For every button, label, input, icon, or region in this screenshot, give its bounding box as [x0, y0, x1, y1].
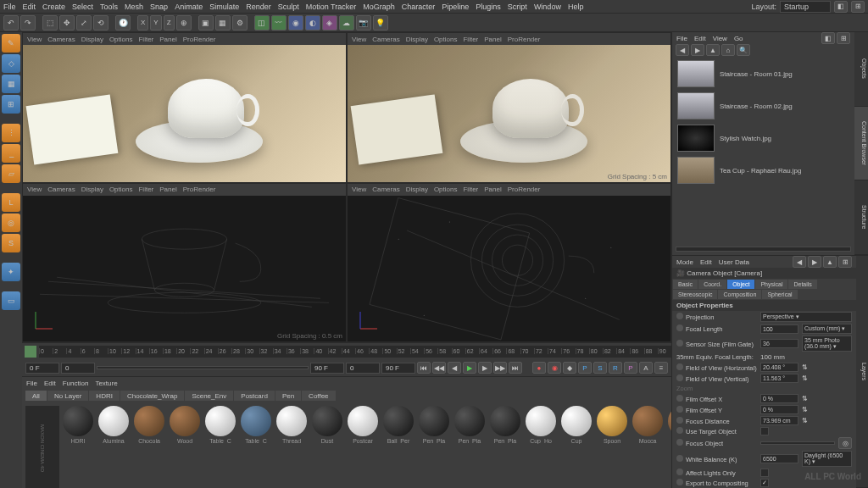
vp-menu-prorender[interactable]: ProRender: [183, 36, 216, 43]
vp-menu-filter[interactable]: Filter: [463, 36, 478, 43]
side-tab-objects[interactable]: Objects: [854, 32, 868, 107]
snap-icon[interactable]: ◎: [2, 214, 20, 232]
vp-menu-panel[interactable]: Panel: [159, 186, 176, 193]
side-tab-structure[interactable]: Structure: [854, 180, 868, 255]
timeline-frame[interactable]: 90: [658, 348, 671, 354]
attr-tab-composition[interactable]: Composition: [718, 290, 761, 299]
timeline-frame[interactable]: 50: [382, 348, 396, 354]
frame-b-field[interactable]: 90 F: [381, 363, 415, 374]
browser-item[interactable]: Stylish Watch.jpg: [674, 122, 853, 154]
attr-select[interactable]: Daylight (6500 K) ▾: [802, 451, 852, 467]
vp-menu-display[interactable]: Display: [81, 36, 103, 43]
light-icon[interactable]: 💡: [373, 15, 388, 30]
goto-start-icon[interactable]: ⏮: [417, 362, 431, 374]
attr-field[interactable]: 0 %: [760, 394, 798, 403]
attr-tab-coord[interactable]: Coord.: [698, 280, 726, 289]
br-search-icon[interactable]: 🔍: [737, 44, 750, 56]
mat-tab[interactable]: Pen: [275, 391, 301, 401]
vp-menu-cameras[interactable]: Cameras: [372, 186, 399, 193]
vp-menu-display[interactable]: Display: [406, 186, 428, 193]
browser-btn2[interactable]: ⊞: [837, 32, 850, 44]
scale-key-icon[interactable]: S: [593, 362, 607, 374]
browser-item[interactable]: Staircase - Room 02.jpg: [674, 90, 853, 122]
poly-mode-icon[interactable]: ▱: [2, 164, 20, 183]
attr-field[interactable]: 73.969 cm: [760, 416, 798, 425]
timeline-frame[interactable]: 56: [424, 348, 437, 354]
generator-icon[interactable]: ◉: [288, 15, 303, 30]
attr-field[interactable]: 36: [760, 339, 798, 348]
timeline-frame[interactable]: 72: [534, 348, 548, 354]
timeline-frame[interactable]: 60: [452, 348, 465, 354]
material-item[interactable]: Pen_Pla: [417, 406, 451, 444]
attr-tab-physical[interactable]: Physical: [755, 280, 787, 289]
timeline-playhead[interactable]: [25, 346, 36, 358]
timeline-frame[interactable]: 68: [506, 348, 520, 354]
timeline-frame[interactable]: 28: [231, 348, 245, 354]
vp-menu-panel[interactable]: Panel: [159, 36, 176, 43]
timeline-frame[interactable]: 44: [342, 348, 355, 354]
make-editable-icon[interactable]: ✎: [2, 34, 20, 53]
material-item[interactable]: Mocca: [631, 406, 665, 444]
timeline-frame[interactable]: 58: [437, 348, 451, 354]
vp-menu-panel[interactable]: Panel: [484, 186, 501, 193]
next-key-icon[interactable]: ▶▶: [493, 362, 507, 374]
viewport-solo-icon[interactable]: ▭: [2, 291, 20, 310]
timeline-frame[interactable]: 46: [355, 348, 369, 354]
mat-tab[interactable]: All: [25, 391, 47, 401]
timeline-frame[interactable]: 48: [369, 348, 382, 354]
menu-script[interactable]: Script: [508, 3, 527, 11]
attr-tab-stereoscopic[interactable]: Stereoscopic: [673, 290, 717, 299]
timeline-frame[interactable]: 22: [190, 348, 203, 354]
timeline-frame[interactable]: 38: [300, 348, 314, 354]
attr-checkbox[interactable]: [760, 479, 769, 487]
vp-menu-options[interactable]: Options: [109, 186, 133, 193]
timeline-frame[interactable]: 42: [328, 348, 342, 354]
material-item[interactable]: Pen_Pla: [453, 406, 487, 444]
timeline-frame[interactable]: 26: [218, 348, 231, 354]
material-item[interactable]: Wood: [168, 406, 202, 444]
attr-tab-spherical[interactable]: Spherical: [762, 290, 797, 299]
vp-menu-filter[interactable]: Filter: [138, 186, 153, 193]
material-item[interactable]: Postcar: [346, 406, 380, 444]
viewport-bottom-right[interactable]: ViewCamerasDisplayOptionsFilterPanelProR…: [347, 183, 671, 342]
vp-menu-prorender[interactable]: ProRender: [508, 186, 541, 193]
vp-menu-view[interactable]: View: [27, 186, 42, 193]
timeline-frame[interactable]: 36: [287, 348, 300, 354]
material-item[interactable]: Table_C: [239, 406, 273, 444]
menu-plugins[interactable]: Plugins: [476, 3, 501, 11]
attr-field[interactable]: 6500: [760, 454, 798, 463]
timeline-frame[interactable]: 10: [108, 348, 121, 354]
vp-menu-display[interactable]: Display: [406, 36, 428, 43]
mat-tab[interactable]: Coffee: [302, 391, 335, 401]
material-item[interactable]: Spoon: [595, 406, 629, 444]
vp-menu-view[interactable]: View: [27, 36, 42, 43]
frame-a-field[interactable]: 0: [346, 363, 380, 374]
br-up-icon[interactable]: ▲: [706, 44, 720, 56]
timeline-opts-icon[interactable]: ≡: [654, 362, 668, 374]
timeline[interactable]: 0246810121416182022242628303234363840424…: [22, 342, 671, 359]
spline-primitive-icon[interactable]: 〰: [271, 15, 287, 30]
timeline-frame[interactable]: 78: [576, 348, 589, 354]
timeline-frame[interactable]: 6: [81, 348, 94, 354]
browser-scrollbar[interactable]: [676, 247, 851, 252]
viewport-top-left[interactable]: ViewCamerasDisplayOptionsFilterPanelProR…: [22, 32, 347, 183]
point-mode-icon[interactable]: ⋮: [2, 124, 20, 142]
undo-icon[interactable]: ↶: [3, 15, 19, 30]
browser-item[interactable]: Tea Cup - Raphael Rau.jpg: [674, 154, 853, 186]
attr-field[interactable]: 0 %: [760, 405, 798, 414]
timeline-frame[interactable]: 8: [94, 348, 108, 354]
vp-menu-cameras[interactable]: Cameras: [372, 36, 399, 43]
mat-menu-function[interactable]: Function: [63, 380, 89, 387]
menu-pipeline[interactable]: Pipeline: [442, 3, 469, 11]
vp-menu-options[interactable]: Options: [109, 36, 133, 43]
attr-checkbox[interactable]: [760, 427, 769, 435]
timeline-frame[interactable]: 82: [603, 348, 616, 354]
mat-menu-texture[interactable]: Texture: [95, 380, 117, 387]
spinner-icon[interactable]: ⇅: [802, 417, 808, 424]
attr-tab-object[interactable]: Object: [727, 280, 754, 289]
menu-create[interactable]: Create: [42, 3, 65, 11]
layout-btn2[interactable]: ⊞: [851, 1, 865, 13]
rotate-tool-icon[interactable]: ⟲: [93, 15, 108, 30]
frame-slider[interactable]: [97, 366, 309, 369]
menu-sculpt[interactable]: Sculpt: [278, 3, 299, 11]
